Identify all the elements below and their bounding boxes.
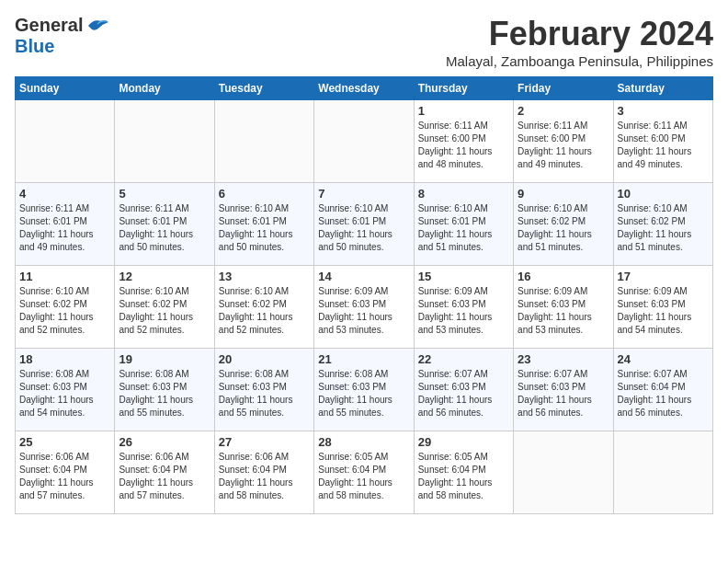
- day-header-sunday: Sunday: [16, 77, 115, 100]
- day-number: 5: [119, 187, 210, 201]
- day-info: Sunrise: 6:11 AM Sunset: 6:00 PM Dayligh…: [518, 120, 609, 171]
- page-header: General Blue February 2024 Malayal, Zamb…: [15, 15, 713, 69]
- calendar-day-14: 14Sunrise: 6:09 AM Sunset: 6:03 PM Dayli…: [314, 266, 414, 349]
- calendar-day-19: 19Sunrise: 6:08 AM Sunset: 6:03 PM Dayli…: [115, 349, 214, 431]
- day-info: Sunrise: 6:09 AM Sunset: 6:03 PM Dayligh…: [618, 285, 709, 337]
- day-number: 3: [618, 104, 709, 118]
- day-number: 15: [418, 270, 509, 283]
- calendar-day-21: 21Sunrise: 6:08 AM Sunset: 6:03 PM Dayli…: [314, 349, 414, 431]
- calendar-day-23: 23Sunrise: 6:07 AM Sunset: 6:03 PM Dayli…: [514, 349, 613, 431]
- calendar-empty-cell: [514, 431, 613, 514]
- day-info: Sunrise: 6:11 AM Sunset: 6:00 PM Dayligh…: [418, 120, 509, 171]
- day-number: 24: [618, 352, 709, 366]
- calendar-day-16: 16Sunrise: 6:09 AM Sunset: 6:03 PM Dayli…: [514, 266, 613, 349]
- calendar-day-2: 2Sunrise: 6:11 AM Sunset: 6:00 PM Daylig…: [514, 100, 613, 183]
- calendar-table: SundayMondayTuesdayWednesdayThursdayFrid…: [15, 76, 713, 514]
- day-number: 27: [219, 435, 310, 449]
- day-number: 16: [518, 270, 609, 283]
- day-number: 13: [219, 270, 310, 283]
- day-info: Sunrise: 6:10 AM Sunset: 6:02 PM Dayligh…: [618, 202, 709, 254]
- calendar-day-22: 22Sunrise: 6:07 AM Sunset: 6:03 PM Dayli…: [414, 349, 513, 431]
- day-number: 18: [19, 352, 110, 366]
- title-area: February 2024 Malayal, Zamboanga Peninsu…: [446, 15, 713, 69]
- day-header-saturday: Saturday: [613, 77, 712, 100]
- calendar-day-20: 20Sunrise: 6:08 AM Sunset: 6:03 PM Dayli…: [214, 349, 313, 431]
- calendar-day-12: 12Sunrise: 6:10 AM Sunset: 6:02 PM Dayli…: [115, 266, 214, 349]
- day-info: Sunrise: 6:08 AM Sunset: 6:03 PM Dayligh…: [318, 368, 409, 419]
- day-info: Sunrise: 6:09 AM Sunset: 6:03 PM Dayligh…: [418, 285, 509, 337]
- calendar-day-5: 5Sunrise: 6:11 AM Sunset: 6:01 PM Daylig…: [115, 183, 214, 266]
- day-info: Sunrise: 6:07 AM Sunset: 6:04 PM Dayligh…: [618, 368, 709, 419]
- calendar-day-10: 10Sunrise: 6:10 AM Sunset: 6:02 PM Dayli…: [613, 183, 712, 266]
- calendar-empty-cell: [115, 100, 214, 183]
- calendar-day-4: 4Sunrise: 6:11 AM Sunset: 6:01 PM Daylig…: [16, 183, 115, 266]
- calendar-day-9: 9Sunrise: 6:10 AM Sunset: 6:02 PM Daylig…: [514, 183, 613, 266]
- day-info: Sunrise: 6:05 AM Sunset: 6:04 PM Dayligh…: [318, 451, 409, 502]
- day-number: 2: [518, 104, 609, 118]
- day-info: Sunrise: 6:09 AM Sunset: 6:03 PM Dayligh…: [518, 285, 609, 337]
- calendar-week-row: 25Sunrise: 6:06 AM Sunset: 6:04 PM Dayli…: [16, 431, 713, 514]
- day-info: Sunrise: 6:06 AM Sunset: 6:04 PM Dayligh…: [19, 451, 110, 502]
- day-number: 12: [119, 270, 210, 283]
- day-number: 1: [418, 104, 509, 118]
- day-info: Sunrise: 6:07 AM Sunset: 6:03 PM Dayligh…: [518, 368, 609, 419]
- calendar-week-row: 1Sunrise: 6:11 AM Sunset: 6:00 PM Daylig…: [16, 100, 713, 183]
- calendar-week-row: 18Sunrise: 6:08 AM Sunset: 6:03 PM Dayli…: [16, 349, 713, 431]
- logo-blue-text: Blue: [15, 36, 54, 57]
- calendar-day-25: 25Sunrise: 6:06 AM Sunset: 6:04 PM Dayli…: [16, 431, 115, 514]
- day-info: Sunrise: 6:10 AM Sunset: 6:01 PM Dayligh…: [418, 202, 509, 254]
- day-number: 14: [318, 270, 409, 283]
- day-info: Sunrise: 6:10 AM Sunset: 6:01 PM Dayligh…: [219, 202, 310, 254]
- calendar-day-7: 7Sunrise: 6:10 AM Sunset: 6:01 PM Daylig…: [314, 183, 414, 266]
- day-number: 22: [418, 352, 509, 366]
- day-info: Sunrise: 6:10 AM Sunset: 6:02 PM Dayligh…: [518, 202, 609, 254]
- calendar-day-13: 13Sunrise: 6:10 AM Sunset: 6:02 PM Dayli…: [214, 266, 313, 349]
- day-number: 19: [119, 352, 210, 366]
- day-number: 29: [418, 435, 509, 449]
- calendar-week-row: 4Sunrise: 6:11 AM Sunset: 6:01 PM Daylig…: [16, 183, 713, 266]
- day-number: 26: [119, 435, 210, 449]
- day-info: Sunrise: 6:09 AM Sunset: 6:03 PM Dayligh…: [318, 285, 409, 337]
- calendar-day-27: 27Sunrise: 6:06 AM Sunset: 6:04 PM Dayli…: [214, 431, 313, 514]
- day-number: 23: [518, 352, 609, 366]
- day-header-thursday: Thursday: [414, 77, 513, 100]
- day-number: 21: [318, 352, 409, 366]
- main-title: February 2024: [446, 15, 713, 53]
- calendar-day-6: 6Sunrise: 6:10 AM Sunset: 6:01 PM Daylig…: [214, 183, 313, 266]
- day-info: Sunrise: 6:10 AM Sunset: 6:02 PM Dayligh…: [19, 285, 110, 337]
- day-number: 25: [19, 435, 110, 449]
- calendar-day-26: 26Sunrise: 6:06 AM Sunset: 6:04 PM Dayli…: [115, 431, 214, 514]
- day-number: 10: [618, 187, 709, 201]
- day-info: Sunrise: 6:08 AM Sunset: 6:03 PM Dayligh…: [119, 368, 210, 419]
- calendar-empty-cell: [16, 100, 115, 183]
- logo-bird-icon: [85, 17, 110, 35]
- day-info: Sunrise: 6:05 AM Sunset: 6:04 PM Dayligh…: [418, 451, 509, 502]
- day-header-tuesday: Tuesday: [214, 77, 313, 100]
- day-number: 4: [19, 187, 110, 201]
- day-info: Sunrise: 6:11 AM Sunset: 6:00 PM Dayligh…: [618, 120, 709, 171]
- day-info: Sunrise: 6:10 AM Sunset: 6:02 PM Dayligh…: [219, 285, 310, 337]
- day-info: Sunrise: 6:08 AM Sunset: 6:03 PM Dayligh…: [19, 368, 110, 419]
- calendar-empty-cell: [214, 100, 313, 183]
- day-info: Sunrise: 6:07 AM Sunset: 6:03 PM Dayligh…: [418, 368, 509, 419]
- day-number: 28: [318, 435, 409, 449]
- calendar-day-18: 18Sunrise: 6:08 AM Sunset: 6:03 PM Dayli…: [16, 349, 115, 431]
- calendar-day-15: 15Sunrise: 6:09 AM Sunset: 6:03 PM Dayli…: [414, 266, 513, 349]
- day-number: 7: [318, 187, 409, 201]
- day-info: Sunrise: 6:11 AM Sunset: 6:01 PM Dayligh…: [19, 202, 110, 254]
- logo-general-text: General: [15, 15, 83, 36]
- calendar-day-3: 3Sunrise: 6:11 AM Sunset: 6:00 PM Daylig…: [613, 100, 712, 183]
- day-info: Sunrise: 6:10 AM Sunset: 6:02 PM Dayligh…: [119, 285, 210, 337]
- day-number: 6: [219, 187, 310, 201]
- calendar-day-17: 17Sunrise: 6:09 AM Sunset: 6:03 PM Dayli…: [613, 266, 712, 349]
- day-number: 11: [19, 270, 110, 283]
- day-info: Sunrise: 6:06 AM Sunset: 6:04 PM Dayligh…: [119, 451, 210, 502]
- subtitle: Malayal, Zamboanga Peninsula, Philippine…: [446, 53, 713, 69]
- calendar-day-11: 11Sunrise: 6:10 AM Sunset: 6:02 PM Dayli…: [16, 266, 115, 349]
- day-info: Sunrise: 6:08 AM Sunset: 6:03 PM Dayligh…: [219, 368, 310, 419]
- calendar-day-24: 24Sunrise: 6:07 AM Sunset: 6:04 PM Dayli…: [613, 349, 712, 431]
- day-number: 9: [518, 187, 609, 201]
- calendar-header-row: SundayMondayTuesdayWednesdayThursdayFrid…: [16, 77, 713, 100]
- day-number: 17: [618, 270, 709, 283]
- day-header-wednesday: Wednesday: [314, 77, 414, 100]
